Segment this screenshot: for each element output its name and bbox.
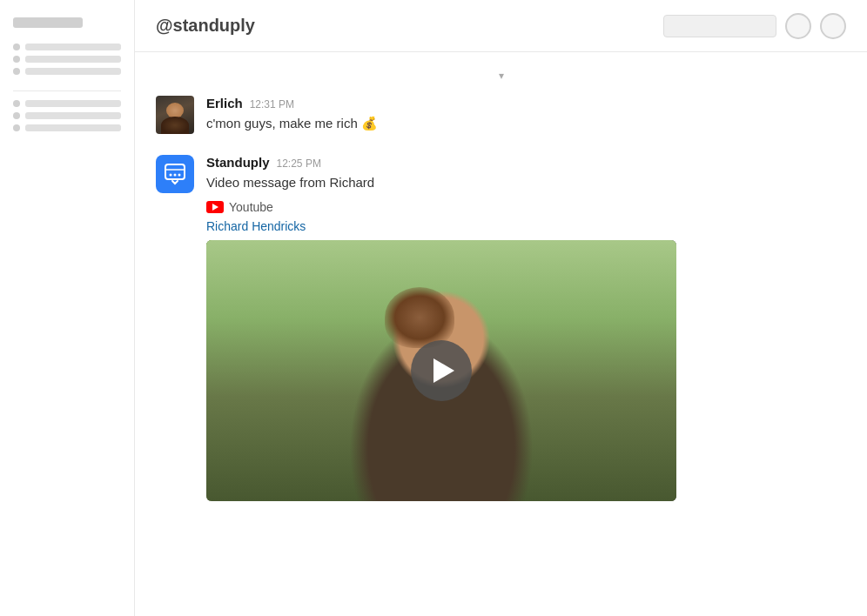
play-triangle-icon [434,358,454,383]
username-erlich: Erlich [206,96,243,110]
sidebar-dot [13,112,20,119]
message-header-standuply: Standuply 12:25 PM [206,155,846,170]
youtube-embed: Youtube Richard Hendricks [206,200,676,501]
message-text-standuply: Video message from Richard [206,173,846,191]
sidebar-dot [13,68,20,75]
sidebar-item-text [25,56,121,63]
sidebar-item-text [25,44,121,50]
user-avatar-1[interactable] [785,13,811,39]
sidebar-item-text [25,124,121,131]
username-standuply: Standuply [206,155,270,170]
svg-point-2 [170,174,172,177]
sidebar-item[interactable] [13,44,121,50]
sidebar-dot [13,100,20,107]
channel-title: @standuply [156,16,255,36]
sidebar-item[interactable] [13,100,121,107]
sidebar-dot [13,44,20,50]
avatar-erlich [156,96,194,134]
timestamp-standuply: 12:25 PM [277,157,321,170]
header: @standuply [135,0,867,52]
scroll-indicator: ▾ [156,70,846,82]
svg-point-4 [178,174,181,177]
youtube-thumbnail[interactable] [206,240,676,501]
youtube-platform-label: Youtube [229,200,273,214]
message-erlich: Erlich 12:31 PM c'mon guys, make me rich… [156,96,846,134]
avatar-standuply [156,155,194,193]
chat-area[interactable]: ▾ Erlich 12:31 PM c'mon guys, make me ri… [135,52,867,616]
header-controls [663,13,846,39]
sidebar-divider [13,90,121,91]
youtube-channel-label[interactable]: Richard Hendricks [206,219,676,233]
message-standuply: Standuply 12:25 PM Video message from Ri… [156,155,846,501]
sidebar-dot [13,124,20,131]
timestamp-erlich: 12:31 PM [250,98,294,110]
sidebar-item[interactable] [13,112,121,119]
sidebar-item[interactable] [13,56,121,63]
user-avatar-2[interactable] [820,13,846,39]
sidebar-item-text [25,112,121,119]
sidebar-item-text [25,100,121,107]
youtube-meta: Youtube [206,200,676,214]
message-header-erlich: Erlich 12:31 PM [206,96,846,110]
sidebar-logo [13,17,83,28]
sidebar-section-2 [13,100,121,131]
message-text-erlich: c'mon guys, make me rich 💰 [206,114,846,132]
message-body-standuply: Standuply 12:25 PM Video message from Ri… [206,155,846,501]
search-bar[interactable] [663,15,776,37]
standuply-icon [164,163,186,185]
sidebar-item-text [25,68,121,75]
svg-point-3 [174,174,177,177]
svg-rect-0 [165,164,185,179]
sidebar-item[interactable] [13,124,121,131]
main-content: @standuply ▾ Erlich 12:31 PM c'mon guys,… [135,0,867,616]
sidebar-dot [13,56,20,63]
sidebar-item[interactable] [13,68,121,75]
sidebar [0,0,135,616]
play-button[interactable] [411,340,472,401]
sidebar-section-1 [13,44,121,75]
youtube-icon [206,201,224,213]
message-body-erlich: Erlich 12:31 PM c'mon guys, make me rich… [206,96,846,132]
